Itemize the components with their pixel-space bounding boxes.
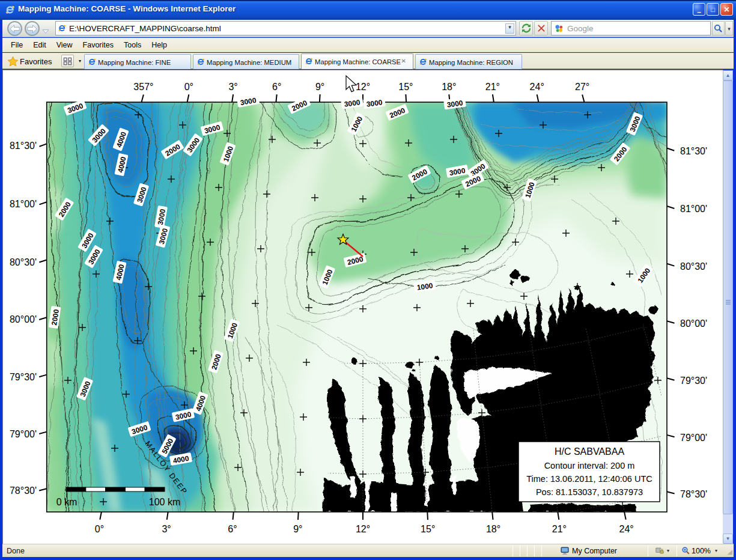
svg-text:78°30': 78°30': [680, 489, 707, 499]
svg-text:79°00': 79°00': [10, 429, 37, 439]
svg-text:24°: 24°: [619, 524, 633, 534]
svg-text:15°: 15°: [421, 524, 435, 534]
svg-text:79°30': 79°30': [680, 376, 707, 386]
svg-text:18°: 18°: [442, 82, 456, 92]
svg-text:Contour interval: 200 m: Contour interval: 200 m: [544, 461, 635, 470]
svg-text:12°: 12°: [356, 524, 370, 534]
svg-text:0 km: 0 km: [56, 497, 78, 507]
svg-text:H/C SABVABAA: H/C SABVABAA: [555, 446, 625, 457]
svg-text:78°30': 78°30': [10, 485, 37, 496]
svg-text:81°00': 81°00': [10, 199, 37, 209]
svg-text:Pos: 81.153037, 10.837973: Pos: 81.153037, 10.837973: [536, 487, 643, 497]
svg-text:81°30': 81°30': [680, 146, 707, 156]
svg-text:Time: 13.06.2011, 12:40:06 UTC: Time: 13.06.2011, 12:40:06 UTC: [526, 474, 652, 484]
svg-text:0°: 0°: [95, 524, 104, 534]
svg-text:3°: 3°: [162, 524, 171, 534]
svg-text:6°: 6°: [272, 82, 281, 92]
svg-text:24°: 24°: [530, 82, 544, 92]
svg-text:18°: 18°: [486, 524, 500, 534]
svg-text:9°: 9°: [293, 524, 302, 534]
svg-text:9°: 9°: [315, 82, 324, 92]
svg-text:81°00': 81°00': [680, 204, 707, 214]
svg-text:80°00': 80°00': [10, 314, 37, 324]
svg-text:3°: 3°: [228, 82, 237, 92]
svg-text:21°: 21°: [485, 82, 500, 92]
svg-text:100 km: 100 km: [149, 497, 180, 507]
svg-text:79°00': 79°00': [680, 433, 707, 443]
svg-text:15°: 15°: [398, 82, 413, 92]
svg-text:80°30': 80°30': [680, 261, 707, 272]
svg-text:81°30': 81°30': [10, 141, 37, 151]
svg-text:21°: 21°: [552, 524, 567, 534]
svg-text:0°: 0°: [184, 82, 193, 92]
svg-text:79°30': 79°30': [10, 372, 37, 382]
svg-text:12°: 12°: [356, 82, 370, 92]
svg-text:357°: 357°: [133, 82, 153, 92]
svg-text:27°: 27°: [575, 82, 589, 92]
svg-text:80°00': 80°00': [680, 318, 707, 329]
svg-text:80°30': 80°30': [10, 257, 37, 267]
svg-text:6°: 6°: [228, 524, 237, 534]
